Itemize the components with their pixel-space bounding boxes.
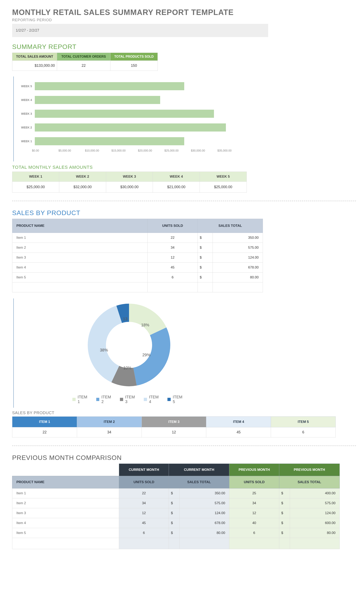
table-row: Item 56$80.006$80.00	[12, 528, 340, 538]
comparison-heading: PREVIOUS MONTH COMPARISON	[12, 454, 356, 462]
legend-swatch	[96, 398, 100, 401]
cmp-col-ct: SALES TOTAL	[169, 476, 229, 488]
currency-sign: $	[197, 253, 212, 263]
summary-val-orders: 22	[57, 61, 110, 71]
hbar-label: WEEK 1	[14, 140, 35, 143]
product-units: 6	[148, 273, 198, 282]
legend-swatch	[144, 398, 147, 401]
product-name: Item 2	[12, 243, 148, 253]
cmp-prev-units: 6	[229, 528, 279, 538]
cmp-prev-total: 80.00	[290, 528, 339, 538]
legend-item: ITEM 3	[120, 395, 138, 404]
product-total: 124.00	[213, 253, 263, 263]
hbar-fill	[35, 123, 226, 132]
products-col-name: PRODUCT NAME	[12, 219, 148, 233]
itembar-col: ITEM 5	[271, 417, 336, 427]
weekly-bar-chart: WEEK 5WEEK 4WEEK 3WEEK 2WEEK 1$0.00$5,00…	[13, 77, 244, 161]
currency-sign: $	[169, 518, 180, 528]
summary-heading: SUMMARY REPORT	[12, 43, 356, 51]
legend-swatch	[168, 398, 171, 401]
legend-swatch	[120, 398, 123, 401]
cmp-cur-total: 124.00	[180, 508, 229, 518]
weekly-val: $32,000.00	[59, 182, 106, 193]
cmp-prev-total: 124.00	[290, 508, 339, 518]
group-current-1: CURRENT MONTH	[119, 464, 169, 476]
currency-sign: $	[169, 498, 180, 508]
legend-label: ITEM 3	[125, 395, 138, 404]
hbar-fill	[35, 137, 184, 145]
product-bar-table: ITEM 1ITEM 2ITEM 3ITEM 4ITEM 5 223412456	[12, 416, 336, 437]
itembar-col: ITEM 4	[206, 417, 271, 427]
product-total: 575.00	[213, 243, 263, 253]
weekly-table: WEEK 1WEEK 2WEEK 3WEEK 4WEEK 5 $25,000.0…	[12, 172, 247, 193]
summary-col-products: TOTAL PRODUCTS SOLD	[110, 53, 157, 61]
hbar-label: WEEK 5	[14, 85, 35, 88]
divider-1	[12, 201, 356, 201]
cmp-col-name: PRODUCT NAME	[12, 476, 119, 488]
legend-item: ITEM 5	[168, 395, 186, 404]
currency-sign: $	[169, 508, 180, 518]
currency-sign: $	[279, 518, 290, 528]
cmp-cur-units: 34	[119, 498, 169, 508]
hbar-row: WEEK 1	[14, 134, 244, 148]
period-label: REPORTING PERIOD	[12, 18, 356, 22]
donut-chart: 18%29%10%38%13 ITEM 1ITEM 2ITEM 3ITEM 4I…	[13, 298, 244, 408]
cmp-cur-total: 575.00	[180, 498, 229, 508]
group-previous-1: PREVIOUS MONTH	[229, 464, 279, 476]
product-units: 12	[148, 253, 198, 263]
legend-item: ITEM 2	[96, 395, 115, 404]
weekly-val: $30,000.00	[106, 182, 153, 193]
cmp-cur-units: 22	[119, 488, 169, 498]
currency-sign: $	[279, 498, 290, 508]
product-name: Item 5	[12, 273, 148, 282]
hbar-axis: $0.00$5,000.00$10,000.00$15,000.00$20,00…	[14, 149, 244, 152]
donut-slice-label: 38%	[100, 348, 108, 353]
donut-slice-label: 18%	[141, 323, 149, 327]
cmp-prev-total: 600.00	[290, 518, 339, 528]
currency-sign: $	[279, 488, 290, 498]
cmp-prev-units: 34	[229, 498, 279, 508]
hbar-tick: $35,000.00	[217, 149, 244, 152]
currency-sign: $	[169, 488, 180, 498]
cmp-name: Item 5	[12, 528, 119, 538]
cmp-col-pt: SALES TOTAL	[279, 476, 339, 488]
weekly-col: WEEK 5	[200, 172, 247, 182]
itembar-val: 12	[142, 427, 206, 437]
cmp-cur-units: 45	[119, 518, 169, 528]
hbar-row: WEEK 4	[14, 93, 244, 107]
product-total: 678.00	[213, 263, 263, 273]
legend-label: ITEM 5	[173, 395, 186, 404]
donut-legend: ITEM 1ITEM 2ITEM 3ITEM 4ITEM 5	[72, 395, 186, 404]
divider-2	[12, 446, 356, 446]
table-row: Item 312$124.0012$124.00	[12, 508, 340, 518]
cmp-col-cu: UNITS SOLD	[119, 476, 169, 488]
cmp-name: Item 1	[12, 488, 119, 498]
summary-col-orders: TOTAL CUSTOMER ORDERS	[57, 53, 110, 61]
cmp-cur-total: 678.00	[180, 518, 229, 528]
donut-slice-label: 10%	[123, 366, 131, 370]
cmp-name: Item 2	[12, 498, 119, 508]
itembar-val: 22	[12, 427, 77, 437]
hbar-tick: $20,000.00	[138, 149, 164, 152]
cmp-prev-units: 25	[229, 488, 279, 498]
summary-val-products: 150	[110, 61, 157, 71]
table-row: Item 56$80.00	[12, 273, 263, 282]
product-bar-heading: SALES BY PRODUCT	[12, 410, 356, 415]
blank-cell	[12, 464, 119, 476]
weekly-val: $21,000.00	[153, 182, 200, 193]
hbar-row: WEEK 5	[14, 79, 244, 93]
products-col-total: SALES TOTAL	[197, 219, 263, 233]
hbar-label: WEEK 4	[14, 98, 35, 102]
period-value: 1/2/27 - 2/2/27	[12, 24, 268, 37]
product-total: 350.00	[213, 233, 263, 243]
weekly-subheading: TOTAL MONTHLY SALES AMOUNTS	[12, 165, 356, 170]
cmp-prev-total: 575.00	[290, 498, 339, 508]
hbar-tick: $5,000.00	[58, 149, 85, 152]
itembar-val: 34	[77, 427, 142, 437]
weekly-col: WEEK 1	[12, 172, 59, 182]
hbar-row: WEEK 3	[14, 107, 244, 121]
donut-slice-label: 29%	[142, 353, 150, 357]
group-previous-2: PREVIOUS MONTH	[279, 464, 339, 476]
legend-item: ITEM 1	[72, 395, 91, 404]
legend-label: ITEM 1	[78, 395, 91, 404]
